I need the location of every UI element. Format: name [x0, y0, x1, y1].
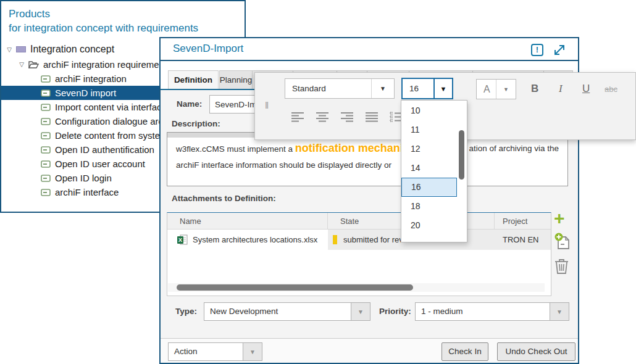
chevron-down-icon[interactable]: ▼ — [550, 303, 569, 320]
tree-item-label: SevenD import — [55, 88, 116, 98]
font-size-option[interactable]: 12 — [401, 139, 457, 159]
horizontal-scrollbar[interactable] — [168, 283, 545, 292]
priority-label: Priority: — [379, 307, 411, 316]
excel-file-icon: X — [177, 234, 188, 245]
column-header-project[interactable]: Project — [495, 213, 551, 229]
attachment-filename: System architectures locations.xlsx — [193, 235, 317, 244]
description-line2: archiF interface information should be d… — [176, 157, 559, 173]
add-attachment-icon[interactable]: + — [554, 211, 565, 226]
chevron-down-icon[interactable]: ▼ — [243, 343, 262, 360]
font-style-select[interactable]: Standard ▼ — [285, 78, 395, 99]
font-size-option[interactable]: 18 — [401, 197, 457, 216]
tree-item-label: Open ID login — [55, 173, 112, 183]
font-size-option[interactable]: 20 — [401, 216, 457, 235]
tree-node-label: Integration concept — [30, 44, 114, 55]
undo-check-out-button[interactable]: Undo Check Out — [497, 342, 575, 361]
tree-node-label: archiF integration requirements — [43, 59, 172, 70]
attachment-project: TRON EN — [503, 235, 539, 244]
font-size-option[interactable]: 14 — [401, 159, 457, 178]
font-size-dropdown: 10 11 12 14 16 18 20 — [401, 100, 467, 242]
font-size-option[interactable]: 11 — [401, 120, 457, 139]
dialog-title: SevenD-Import — [173, 43, 243, 55]
align-justify-icon[interactable] — [365, 112, 379, 122]
tab-definition[interactable]: Definition — [168, 70, 219, 89]
type-select[interactable]: New Development ▼ — [204, 302, 370, 321]
tree-item-label: archiF integration — [55, 73, 127, 84]
state-indicator — [333, 235, 337, 244]
attachments-table-header: Name State Project — [167, 213, 551, 230]
align-center-icon[interactable] — [316, 112, 329, 122]
requirement-icon — [41, 146, 51, 154]
bold-button[interactable]: B — [531, 83, 538, 95]
italic-button[interactable]: I — [559, 83, 563, 95]
strikethrough-button[interactable]: abc — [605, 85, 617, 94]
description-editor[interactable]: w3flex.cCMS must implement a notificatio… — [167, 132, 568, 186]
font-color-button[interactable]: A ▼ — [476, 79, 516, 99]
panel-title: Products for integration concept with re… — [1, 1, 245, 38]
chevron-down-icon[interactable]: ▼ — [496, 80, 516, 99]
requirement-icon — [41, 175, 51, 182]
font-size-option[interactable]: 10 — [401, 101, 457, 120]
delete-attachment-icon[interactable] — [554, 258, 569, 275]
align-left-icon[interactable] — [291, 112, 304, 122]
toolbar-drag-handle[interactable]: ‖ — [265, 100, 270, 110]
align-right-icon[interactable] — [340, 112, 354, 122]
panel-title-line2: for integration concept with requirement… — [9, 21, 245, 35]
tree-item-label: Open ID user account — [55, 159, 145, 169]
underline-button[interactable]: U — [582, 83, 590, 95]
attachments-label: Attachments to Definition: — [172, 194, 276, 203]
dialog-actionbar: Action ▼ Check In Undo Check Out — [161, 338, 578, 363]
folder-open-icon — [28, 60, 39, 68]
check-in-button[interactable]: Check In — [441, 342, 488, 361]
package-icon — [16, 46, 26, 52]
requirement-icon — [41, 189, 51, 196]
font-size-select[interactable]: 16 ▼ — [401, 78, 453, 99]
screen: Products for integration concept with re… — [0, 0, 636, 364]
tree-item-label: Configuration dialogue archiF — [55, 116, 176, 126]
maximize-icon[interactable] — [553, 44, 566, 56]
expander-icon[interactable]: ▽ — [5, 46, 14, 53]
requirement-icon — [41, 75, 51, 83]
description-line1-tail: ation of archiving via the — [469, 140, 559, 157]
tree-item-label: Import content via interface — [55, 102, 167, 112]
description-line1: w3flex.cCMS must implement a notificatio… — [176, 140, 559, 157]
panel-title-line1: Products — [9, 7, 245, 21]
requirement-icon — [41, 104, 51, 111]
action-select[interactable]: Action ▼ — [168, 342, 262, 361]
horizontal-scrollbar-thumb[interactable] — [177, 284, 413, 291]
chevron-down-icon[interactable]: ▼ — [433, 79, 452, 98]
dialog-titlebar: SevenD-Import ! — [161, 38, 578, 61]
tree-item-label: archiF interface — [55, 187, 119, 197]
requirement-icon — [41, 118, 51, 125]
priority-select[interactable]: 1 - medium ▼ — [415, 302, 569, 321]
tab-planning[interactable]: Planning — [219, 70, 253, 89]
vertical-scrollbar-thumb[interactable] — [459, 130, 464, 180]
attachments-table: Name State Project X System ar — [167, 212, 551, 296]
name-label: Name: — [177, 99, 202, 109]
column-header-name[interactable]: Name — [167, 213, 328, 229]
requirement-icon — [41, 160, 51, 168]
type-label: Type: — [175, 307, 197, 316]
expander-icon[interactable]: ▽ — [17, 61, 26, 68]
tree-item-label: Open ID authentification — [55, 144, 154, 155]
validation-alert-icon[interactable]: ! — [531, 44, 543, 56]
attachment-row[interactable]: X System architectures locations.xlsx su… — [167, 230, 551, 250]
chevron-down-icon[interactable]: ▼ — [371, 79, 394, 98]
add-document-icon[interactable] — [554, 232, 571, 250]
requirement-icon — [41, 132, 51, 139]
font-size-option-selected[interactable]: 16 — [401, 178, 457, 197]
chevron-down-icon[interactable]: ▼ — [351, 303, 370, 320]
description-label: Description: — [172, 119, 220, 128]
svg-text:X: X — [178, 237, 182, 243]
requirement-icon — [41, 89, 51, 97]
tree-item-label: Delete content from system — [55, 130, 168, 141]
